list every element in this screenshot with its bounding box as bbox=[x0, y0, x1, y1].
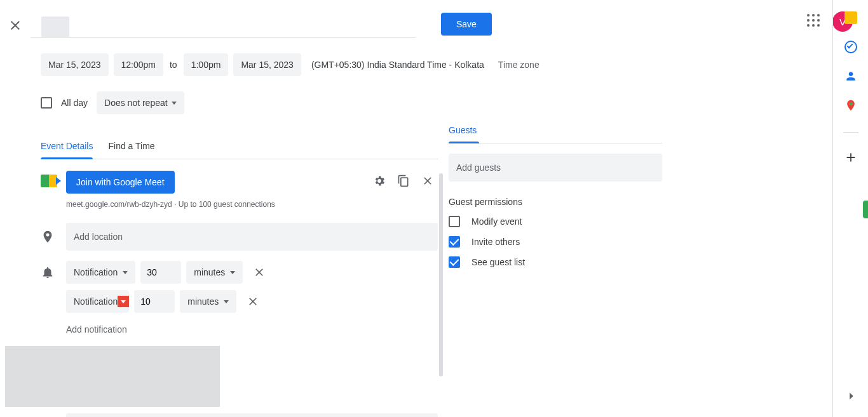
perm-seelist-checkbox[interactable] bbox=[449, 256, 460, 268]
perm-invite-label: Invite others bbox=[471, 237, 520, 247]
chevron-down-icon bbox=[172, 102, 177, 105]
collapse-panel-icon[interactable] bbox=[844, 389, 858, 406]
allday-label: All day bbox=[61, 98, 88, 108]
perm-modify-checkbox[interactable] bbox=[449, 216, 460, 227]
notification-unit-label: minutes bbox=[194, 267, 225, 277]
close-icon[interactable] bbox=[0, 13, 31, 38]
date-time-row: Mar 15, 2023 12:00pm to 1:00pm Mar 15, 2… bbox=[41, 53, 663, 76]
copy-meet-link-icon[interactable] bbox=[397, 175, 410, 190]
remove-meet-icon[interactable] bbox=[421, 175, 434, 190]
recurrence-select[interactable]: Does not repeat bbox=[97, 91, 184, 114]
remove-notification-2[interactable] bbox=[241, 290, 264, 313]
end-time-chip[interactable]: 1:00pm bbox=[184, 53, 229, 76]
end-date-chip[interactable]: Mar 15, 2023 bbox=[233, 53, 301, 76]
notification-type-select-2[interactable]: Notification bbox=[66, 290, 129, 313]
tasks-icon[interactable] bbox=[844, 41, 857, 53]
save-button[interactable]: Save bbox=[441, 13, 492, 36]
notification-unit-label: minutes bbox=[187, 296, 219, 307]
guests-pane: Guests Guest permissions Modify event In… bbox=[449, 124, 662, 268]
maps-icon[interactable] bbox=[844, 99, 857, 112]
notification-unit-select-2[interactable]: minutes bbox=[180, 290, 236, 313]
side-panel-tab bbox=[863, 201, 868, 218]
start-time-chip[interactable]: 12:00pm bbox=[114, 53, 163, 76]
notification-row-2: Notification minutes bbox=[41, 290, 438, 313]
notification-type-label: Notification bbox=[74, 267, 118, 277]
scrollbar[interactable] bbox=[439, 173, 443, 376]
chevron-down-icon bbox=[123, 271, 128, 274]
description-row bbox=[41, 413, 438, 417]
remove-notification-1[interactable] bbox=[248, 261, 271, 284]
title-placeholder-block bbox=[41, 17, 69, 37]
meet-row: Join with Google Meet meet.google.com/rw… bbox=[41, 171, 438, 209]
location-row bbox=[41, 223, 438, 251]
start-date-chip[interactable]: Mar 15, 2023 bbox=[41, 53, 109, 76]
notification-type-dropdown-highlight[interactable] bbox=[118, 296, 129, 307]
notification-type-select-1[interactable]: Notification bbox=[66, 261, 135, 284]
location-icon bbox=[41, 230, 55, 244]
timezone-label: (GMT+05:30) India Standard Time - Kolkat… bbox=[311, 60, 484, 70]
perm-invite-checkbox[interactable] bbox=[449, 236, 460, 248]
timezone-button[interactable]: Time zone bbox=[498, 60, 539, 70]
google-meet-icon bbox=[41, 175, 57, 187]
notification-row-1: Notification minutes bbox=[41, 261, 438, 284]
contacts-icon[interactable] bbox=[844, 70, 857, 83]
notification-value-input-2[interactable] bbox=[134, 290, 175, 313]
allday-row: All day Does not repeat bbox=[41, 91, 663, 114]
perm-invite-others: Invite others bbox=[449, 236, 662, 248]
bell-icon bbox=[41, 265, 55, 279]
add-guests-input[interactable] bbox=[449, 154, 662, 182]
perm-modify-label: Modify event bbox=[471, 216, 522, 227]
recurrence-label: Does not repeat bbox=[104, 98, 168, 108]
notification-type-label: Notification bbox=[74, 296, 118, 307]
allday-checkbox[interactable] bbox=[41, 97, 52, 109]
perm-seelist-label: See guest list bbox=[471, 257, 525, 267]
notification-value-input-1[interactable] bbox=[140, 261, 181, 284]
guest-permissions-title: Guest permissions bbox=[449, 197, 662, 207]
tab-find-time[interactable]: Find a Time bbox=[108, 141, 154, 159]
divider bbox=[843, 132, 858, 133]
apps-launcher-icon[interactable] bbox=[807, 14, 822, 29]
tab-guests[interactable]: Guests bbox=[449, 125, 477, 143]
join-meet-button[interactable]: Join with Google Meet bbox=[66, 171, 175, 194]
add-notification-button[interactable]: Add notification bbox=[66, 324, 438, 334]
detail-tabs: Event Details Find a Time bbox=[41, 141, 438, 159]
description-toolbar bbox=[66, 413, 438, 417]
redacted-block bbox=[5, 346, 220, 407]
details-body: Join with Google Meet meet.google.com/rw… bbox=[41, 171, 438, 417]
perm-modify-event: Modify event bbox=[449, 216, 662, 227]
meet-subtext: meet.google.com/rwb-dzyh-zyd · Up to 100… bbox=[66, 200, 438, 209]
add-addon-icon[interactable] bbox=[844, 150, 858, 167]
chevron-down-icon bbox=[230, 271, 235, 274]
keep-icon[interactable] bbox=[844, 11, 857, 24]
meet-settings-icon[interactable] bbox=[373, 175, 386, 190]
event-title-input[interactable] bbox=[31, 13, 416, 38]
header: Save bbox=[0, 0, 868, 43]
tab-event-details[interactable]: Event Details bbox=[41, 141, 93, 159]
notification-unit-select-1[interactable]: minutes bbox=[186, 261, 243, 284]
perm-see-guest-list: See guest list bbox=[449, 256, 662, 268]
to-label: to bbox=[168, 60, 179, 70]
location-input[interactable] bbox=[66, 223, 438, 251]
chevron-down-icon bbox=[224, 300, 229, 303]
